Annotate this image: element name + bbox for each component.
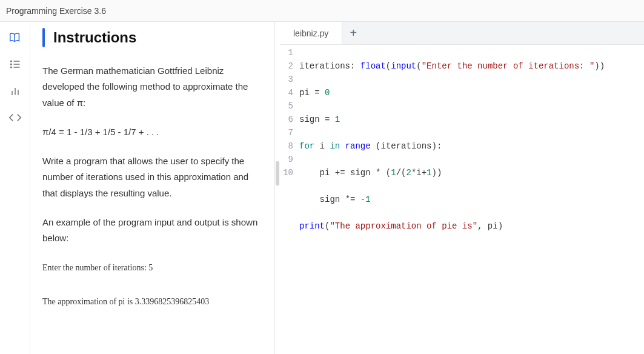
example-line-1: Enter the number of iterations: 5 [42, 259, 261, 276]
example-line-2: The approximation of pi is 3.33968253968… [42, 293, 261, 310]
instructions-panel: Instructions The German mathematician Go… [30, 22, 275, 354]
code-lines[interactable]: iterations: float(input("Enter the numbe… [297, 46, 644, 354]
instructions-p1: The German mathematician Gottfried Leibn… [42, 63, 261, 111]
code-line[interactable]: for i in range (iterations): [299, 139, 644, 153]
code-icon[interactable] [8, 110, 22, 125]
instructions-p4: An example of the program input and outp… [42, 215, 261, 247]
line-number: 8 [280, 139, 293, 153]
app-header: Programming Exercise 3.6 [0, 0, 644, 22]
code-line[interactable]: sign *= -1 [299, 193, 644, 206]
line-number: 5 [280, 99, 293, 113]
instructions-body: The German mathematician Gottfried Leibn… [42, 63, 261, 310]
chart-icon[interactable] [8, 84, 22, 98]
line-gutter: 1 2 3 4 5 6 7 8 9 10 [280, 46, 297, 354]
accent-bar [42, 28, 45, 47]
svg-point-2 [10, 64, 12, 65]
side-rail [0, 22, 30, 354]
page-title: Programming Exercise 3.6 [6, 6, 106, 16]
line-number: 2 [280, 59, 293, 73]
line-number: 9 [280, 153, 293, 166]
line-number: 7 [280, 126, 293, 139]
list-icon[interactable] [8, 57, 22, 72]
code-line[interactable] [299, 273, 644, 286]
main-body: Instructions The German mathematician Go… [0, 22, 644, 354]
example-block: Enter the number of iterations: 5 The ap… [42, 259, 261, 310]
code-area[interactable]: 1 2 3 4 5 6 7 8 9 10 iterations: float(i… [280, 45, 644, 354]
book-icon[interactable] [8, 30, 22, 45]
svg-point-4 [10, 67, 12, 68]
line-number: 10 [280, 166, 293, 179]
code-line[interactable]: print("The approximation of pie is", pi) [299, 219, 644, 233]
line-number: 1 [280, 46, 293, 59]
svg-point-0 [10, 61, 12, 62]
tab-file[interactable]: leibniz.py [280, 22, 342, 44]
code-line[interactable]: pi = 0 [299, 86, 644, 99]
instructions-p2: π/4 = 1 - 1/3 + 1/5 - 1/7 + . . . [42, 124, 261, 140]
instructions-header: Instructions [42, 28, 261, 47]
line-number: 3 [280, 73, 293, 86]
line-number: 4 [280, 86, 293, 99]
panel-resize-handle[interactable] [275, 22, 280, 354]
line-number: 6 [280, 113, 293, 126]
drag-handle-icon [276, 161, 279, 185]
code-line[interactable] [299, 246, 644, 259]
code-line[interactable]: iterations: float(input("Enter the numbe… [299, 59, 644, 73]
code-line[interactable]: sign = 1 [299, 113, 644, 126]
instructions-p3: Write a program that allows the user to … [42, 153, 261, 201]
code-line[interactable] [299, 299, 644, 313]
code-line[interactable]: pi += sign * (1/(2*i+1)) [299, 166, 644, 179]
instructions-title: Instructions [53, 29, 136, 46]
editor-tabs: leibniz.py + [280, 22, 644, 45]
add-tab-button[interactable]: + [342, 22, 364, 44]
editor-panel: leibniz.py + 1 2 3 4 5 6 7 8 9 10 iterat… [280, 22, 644, 354]
